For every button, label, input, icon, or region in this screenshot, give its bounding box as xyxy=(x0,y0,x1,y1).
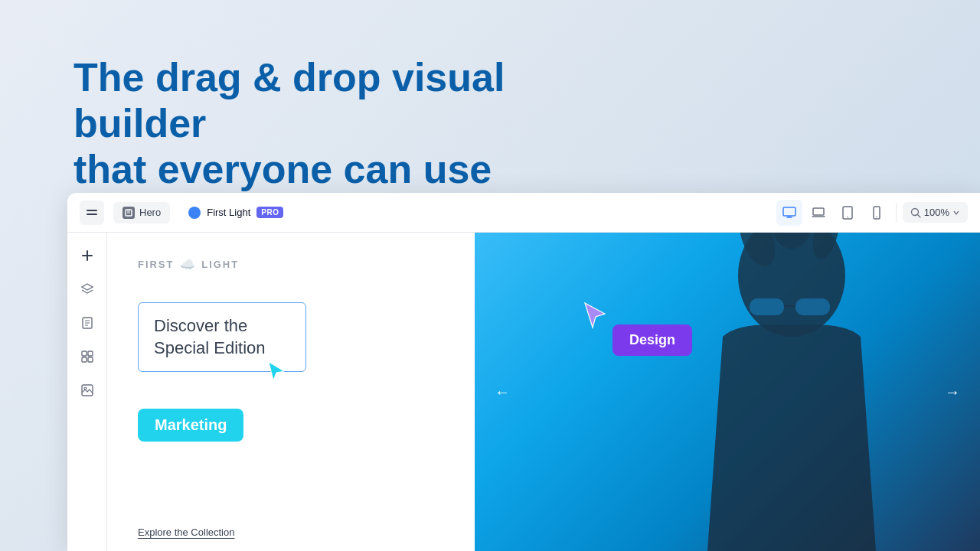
add-element-button[interactable] xyxy=(74,242,101,269)
builder-window: Hero First Light PRO xyxy=(67,193,980,551)
chevron-down-icon xyxy=(952,209,960,217)
pro-badge: PRO xyxy=(256,207,283,218)
carousel-arrow-left[interactable]: ← xyxy=(490,380,514,404)
pages-button[interactable] xyxy=(74,309,101,337)
page-icon xyxy=(122,207,135,219)
tablet-icon xyxy=(841,206,854,220)
svg-point-26 xyxy=(84,387,87,390)
hero-section: The drag & drop visual builder that ever… xyxy=(74,55,518,192)
svg-rect-21 xyxy=(82,351,87,356)
svg-rect-22 xyxy=(88,351,93,356)
svg-rect-23 xyxy=(82,357,87,362)
hero-title: The drag & drop visual builder that ever… xyxy=(74,55,518,192)
marketing-badge: Marketing xyxy=(138,409,243,442)
laptop-view-button[interactable] xyxy=(805,200,831,226)
site-dot-icon xyxy=(188,207,201,219)
view-controls: 100% xyxy=(776,200,968,226)
svg-marker-16 xyxy=(82,284,93,290)
svg-rect-3 xyxy=(783,207,795,216)
toolbar-left: Hero First Light PRO xyxy=(80,201,767,225)
discover-box: Discover the Special Edition xyxy=(138,302,306,372)
svg-rect-33 xyxy=(795,298,830,315)
toolbar-divider xyxy=(896,204,897,222)
canvas-left-panel: FIRST ☁️ LIGHT Discover the Special Edit… xyxy=(107,233,475,551)
page-tab[interactable]: Hero xyxy=(113,202,170,223)
carousel-arrow-right[interactable]: → xyxy=(940,380,965,404)
desktop-icon xyxy=(782,206,796,220)
pages-icon xyxy=(80,316,94,330)
assets-button[interactable] xyxy=(74,377,101,404)
canvas-right-panel: ← → Design xyxy=(475,233,980,551)
zoom-icon xyxy=(910,207,921,218)
svg-marker-35 xyxy=(585,303,605,328)
logo-text-first: FIRST xyxy=(138,259,174,270)
assets-icon xyxy=(80,383,94,397)
site-badge[interactable]: First Light PRO xyxy=(179,202,292,223)
brand-logo: FIRST ☁️ LIGHT xyxy=(138,257,444,272)
svg-rect-6 xyxy=(813,208,824,215)
explore-link: Explore the Collection xyxy=(138,527,234,551)
svg-marker-27 xyxy=(269,362,284,380)
discover-text: Discover the Special Edition xyxy=(154,315,290,359)
cursor-arrow-right-icon xyxy=(582,302,609,329)
layers-button[interactable] xyxy=(74,276,101,303)
hamburger-icon xyxy=(87,210,97,215)
svg-rect-24 xyxy=(88,357,93,362)
person-silhouette xyxy=(631,233,952,551)
layers-icon xyxy=(80,282,94,296)
logo-cloud-icon: ☁️ xyxy=(180,257,195,272)
menu-button[interactable] xyxy=(80,201,104,225)
components-button[interactable] xyxy=(74,343,101,370)
desktop-view-button[interactable] xyxy=(776,200,802,226)
svg-rect-25 xyxy=(82,385,93,396)
plus-icon xyxy=(80,249,94,262)
mobile-icon xyxy=(870,206,884,220)
mobile-view-button[interactable] xyxy=(864,200,890,226)
zoom-button[interactable]: 100% xyxy=(903,202,968,223)
sidebar xyxy=(67,233,107,551)
cursor-arrow-icon xyxy=(266,360,287,382)
canvas-content: FIRST ☁️ LIGHT Discover the Special Edit… xyxy=(107,233,980,551)
toolbar: Hero First Light PRO xyxy=(67,193,980,233)
tablet-view-button[interactable] xyxy=(835,200,861,226)
logo-text-light: LIGHT xyxy=(201,259,239,270)
page-label: Hero xyxy=(139,207,161,218)
components-icon xyxy=(80,350,94,364)
site-name: First Light xyxy=(207,207,250,218)
svg-line-13 xyxy=(917,214,920,217)
svg-point-9 xyxy=(847,216,848,217)
laptop-icon xyxy=(812,206,825,220)
svg-point-11 xyxy=(876,216,877,217)
svg-rect-32 xyxy=(750,298,784,315)
design-badge: Design xyxy=(612,324,692,356)
canvas-area[interactable]: FIRST ☁️ LIGHT Discover the Special Edit… xyxy=(107,233,980,551)
zoom-label: 100% xyxy=(924,207,949,218)
